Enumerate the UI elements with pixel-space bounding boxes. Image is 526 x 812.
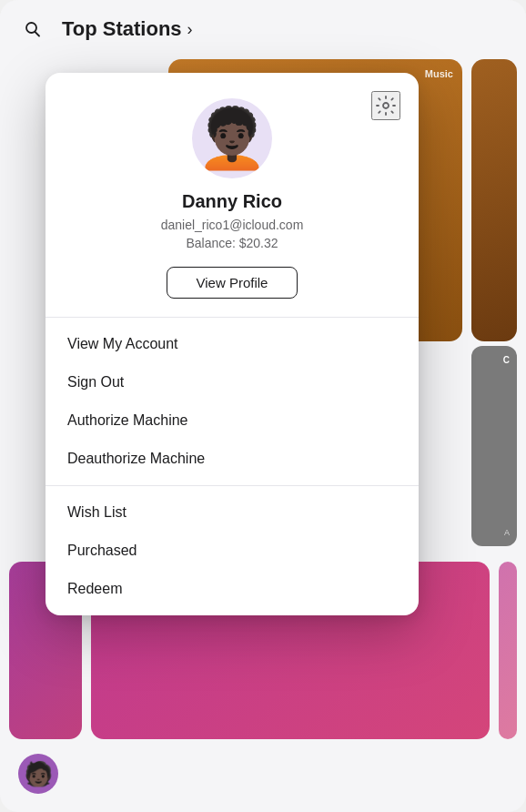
bg-card-2	[471, 59, 517, 341]
menu-item-sign-out[interactable]: Sign Out	[46, 363, 419, 401]
search-button[interactable]	[18, 15, 47, 44]
svg-line-1	[35, 32, 40, 36]
bottom-avatar[interactable]: 🧑🏿	[18, 754, 58, 794]
bg-cards-mid: C A	[471, 346, 526, 546]
page-title-text: Top Stations	[62, 17, 182, 41]
user-email: daniel_rico1@icloud.com	[161, 218, 304, 232]
bg-card-partial	[499, 562, 517, 739]
card-1-label: Music	[425, 68, 453, 79]
menu-item-wish-list[interactable]: Wish List	[46, 493, 419, 532]
search-icon	[24, 20, 42, 38]
avatar-emoji: 🧑🏿‍🦱	[196, 109, 268, 167]
menu-section-1: View My Account Sign Out Authorize Machi…	[46, 318, 419, 485]
user-balance: Balance: $20.32	[186, 236, 278, 250]
menu-section-2: Wish List Purchased Redeem	[46, 485, 419, 615]
view-profile-button[interactable]: View Profile	[167, 267, 298, 299]
menu-item-view-account[interactable]: View My Account	[46, 325, 419, 363]
account-popup: 🧑🏿‍🦱 Danny Rico daniel_rico1@icloud.com …	[46, 73, 419, 615]
mid-card-label: C	[503, 355, 510, 365]
gear-icon	[375, 95, 397, 117]
menu-item-purchased[interactable]: Purchased	[46, 532, 419, 570]
menu-item-redeem[interactable]: Redeem	[46, 570, 419, 608]
top-bar: Top Stations ›	[0, 0, 526, 58]
page-title[interactable]: Top Stations ›	[62, 17, 193, 41]
svg-point-2	[383, 103, 389, 108]
user-avatar: 🧑🏿‍🦱	[192, 98, 272, 178]
menu-item-authorize-machine[interactable]: Authorize Machine	[46, 401, 419, 440]
mid-card-sublabel: A	[504, 528, 510, 537]
user-name: Danny Rico	[182, 191, 282, 212]
chevron-right-icon: ›	[187, 20, 193, 39]
popup-header: 🧑🏿‍🦱 Danny Rico daniel_rico1@icloud.com …	[46, 73, 419, 317]
menu-item-deauthorize-machine[interactable]: Deauthorize Machine	[46, 440, 419, 478]
settings-button[interactable]	[371, 91, 400, 120]
